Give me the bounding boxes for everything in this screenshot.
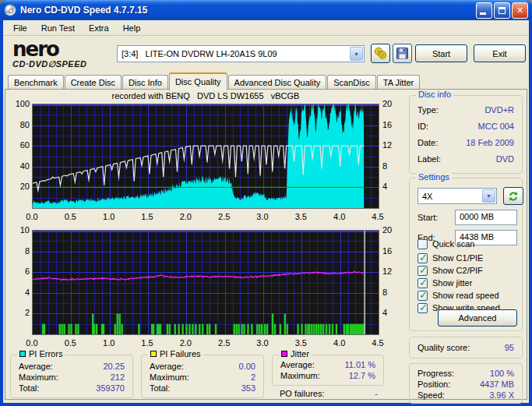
jitter-caption: Jitter	[291, 349, 309, 358]
window-title: Nero CD-DVD Speed 4.7.7.15	[20, 5, 474, 16]
axis-tick-label: 4.0	[333, 338, 345, 348]
pi-failures-legend-icon	[150, 351, 157, 357]
minimize-button[interactable]	[476, 2, 492, 19]
refresh-icon	[508, 191, 519, 202]
pi-errors-caption: PI Errors	[29, 349, 62, 358]
tab[interactable]: Create Disc	[65, 75, 122, 90]
exit-button[interactable]: Exit	[474, 44, 526, 62]
advanced-button-label: Advanced	[459, 313, 497, 323]
axis-tick-label: 0.5	[65, 212, 76, 221]
axis-tick-label: 4.5	[372, 212, 383, 221]
start-button-label: Start	[432, 49, 450, 58]
refresh-button[interactable]	[503, 187, 523, 205]
po-failures-label: PO failures:	[280, 389, 375, 398]
axis-tick-label: 8	[8, 246, 30, 256]
progress-box: Progress:100 % Position:4437 MB Speed:3.…	[409, 363, 523, 404]
axis-tick-label: 0.5	[65, 338, 76, 348]
axis-tick-label: 20	[382, 225, 392, 235]
drive-select[interactable]: [3:4] LITE-ON DVDRW LH-20A1S 9L09 ▼	[117, 45, 365, 62]
disc-type-label: Type:	[417, 105, 484, 116]
axis-tick-label: 4	[382, 308, 387, 317]
axis-tick-label: 1.0	[103, 338, 115, 348]
disc-label-value: DVD	[496, 154, 514, 165]
jitter-avg-value: 11.01 %	[344, 360, 375, 371]
checkbox-checked-icon[interactable]	[417, 291, 428, 301]
axis-tick-label: 8	[382, 288, 387, 297]
settings-checkbox[interactable]: Show C1/PIE	[417, 252, 483, 263]
jitter-avg-label: Average:	[280, 360, 344, 371]
menu-item[interactable]: Help	[116, 21, 148, 35]
toolbar: nero CD·DVD∅SPEED [3:4] LITE-ON DVDRW LH…	[3, 37, 529, 72]
jitter-stats-group: Jitter Average:11.01 % Maximum:12.7 %	[272, 355, 384, 386]
maximize-button[interactable]	[494, 2, 510, 19]
speed-value: 3.96 X	[489, 390, 514, 401]
axis-tick-label: 20	[8, 182, 30, 191]
checkbox-unchecked-icon[interactable]	[417, 239, 428, 249]
menu-item[interactable]: Extra	[82, 21, 116, 35]
close-button[interactable]: ✕	[512, 2, 528, 19]
nero-logo: nero CD·DVD∅SPEED	[12, 39, 87, 69]
pi-errors-avg-label: Average:	[19, 362, 103, 372]
axis-tick-label: 12	[382, 267, 392, 276]
pi-failures-total-value: 353	[241, 383, 255, 394]
jitter-max-label: Maximum:	[280, 371, 349, 382]
exit-button-label: Exit	[492, 49, 506, 58]
tab[interactable]: Advanced Disc Quality	[228, 75, 327, 90]
settings-checkbox[interactable]: Quick scan	[417, 238, 474, 249]
axis-tick-label: 2	[8, 308, 30, 317]
position-label: Position:	[417, 380, 480, 390]
settings-checkbox[interactable]: Show C2/PIF	[417, 265, 483, 276]
chevron-down-icon[interactable]: ▼	[482, 189, 495, 203]
axis-tick-label: 60	[8, 140, 30, 150]
disc-info-button[interactable]	[371, 44, 390, 63]
axis-tick-label: 3.5	[295, 338, 307, 348]
scan-speed-select[interactable]: 4X ▼	[417, 188, 497, 204]
disc-date-value: 18 Feb 2009	[466, 138, 514, 149]
disc-info-caption: Disc info	[416, 90, 453, 99]
checkbox-checked-icon[interactable]	[417, 303, 428, 313]
axis-tick-label: 2.5	[218, 338, 230, 348]
jitter-legend-icon	[281, 351, 287, 357]
disc-label-label: Label:	[417, 154, 496, 165]
axis-tick-label: 1.5	[141, 338, 153, 348]
start-position-field[interactable]: 0000 MB	[455, 210, 517, 225]
pi-errors-total-label: Total:	[19, 383, 96, 394]
settings-checkbox[interactable]: Show read speed	[417, 290, 499, 301]
axis-tick-label: 2.0	[180, 338, 192, 348]
start-field-label: Start:	[417, 213, 438, 222]
menu-item[interactable]: File	[6, 21, 34, 35]
disc-id-value: MCC 004	[478, 122, 514, 132]
chevron-down-icon[interactable]: ▼	[350, 47, 363, 61]
tab[interactable]: Disc Info	[122, 75, 168, 90]
settings-checkbox[interactable]: Show jitter	[417, 277, 472, 288]
pi-errors-chart-canvas	[33, 104, 379, 208]
title-bar[interactable]: Nero CD-DVD Speed 4.7.7.15 ✕	[0, 0, 532, 20]
pi-failures-stats-group: PI Failures Average:0.00 Maximum:2 Total…	[141, 355, 264, 398]
menu-item[interactable]: Run Test	[34, 21, 82, 35]
start-button[interactable]: Start	[415, 44, 467, 62]
axis-tick-label: 40	[8, 161, 30, 171]
quality-score-label: Quality score:	[417, 343, 505, 354]
checkbox-checked-icon[interactable]	[417, 278, 428, 288]
pi-errors-legend-icon	[19, 351, 26, 357]
tab[interactable]: ScanDisc	[327, 75, 375, 90]
pi-errors-max-value: 212	[111, 372, 125, 383]
maximize-icon	[499, 7, 506, 14]
disc-date-label: Date:	[417, 138, 466, 149]
save-button[interactable]	[393, 44, 412, 63]
tab[interactable]: TA Jitter	[377, 75, 421, 90]
scan-speed-value: 4X	[418, 192, 481, 201]
pi-failures-caption: PI Failures	[160, 349, 201, 358]
checkbox-checked-icon[interactable]	[417, 253, 428, 263]
axis-tick-label: 8	[382, 161, 387, 171]
axis-tick-label: 16	[382, 246, 392, 256]
tab[interactable]: Benchmark	[8, 75, 64, 90]
menu-bar: FileRun TestExtraHelp	[3, 20, 529, 36]
advanced-button[interactable]: Advanced	[438, 309, 517, 327]
checkbox-checked-icon[interactable]	[417, 266, 428, 276]
logo-text: nero	[12, 39, 87, 59]
tab[interactable]: Disc Quality	[169, 72, 227, 90]
pi-failures-jitter-chart	[32, 230, 379, 335]
app-window: Nero CD-DVD Speed 4.7.7.15 ✕ FileRun Tes…	[0, 0, 532, 406]
axis-tick-label: 16	[382, 120, 392, 129]
